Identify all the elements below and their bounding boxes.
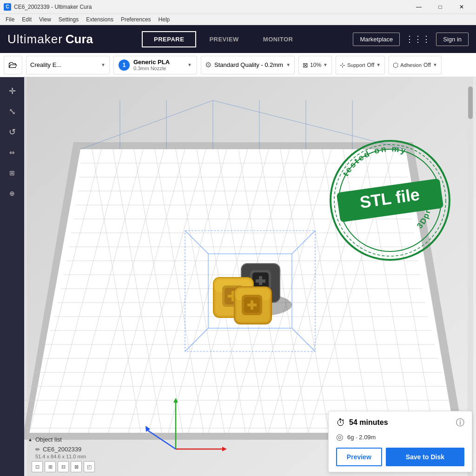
object-dimensions: 51.4 x 84.6 x 11.0 mm [28, 454, 95, 459]
obj-icon-3[interactable]: ⊠ [71, 461, 82, 472]
printer-select[interactable]: Creality E... ▼ [26, 56, 110, 74]
grid-icon[interactable]: ⋮⋮⋮ [403, 32, 432, 46]
support-select[interactable]: ⊹ Support Off ▼ [336, 56, 385, 74]
collapse-icon: ▲ [28, 437, 33, 442]
tab-preview[interactable]: PREVIEW [198, 32, 250, 46]
per-model-settings-tool[interactable]: ⊞ [4, 165, 20, 181]
print-weight-text: 6g · 2.09m [347, 434, 376, 441]
tab-prepare[interactable]: PREPARE [142, 31, 196, 47]
window-controls: — □ ✕ [408, 0, 472, 14]
viewport[interactable]: tested on my 3Dprinter STL file ▲ Object… [24, 77, 476, 476]
infill-chevron-icon: ▼ [323, 62, 328, 67]
svg-rect-98 [468, 86, 473, 119]
object-list-item[interactable]: ✏ CE6_2002339 [28, 445, 95, 454]
scale-tool[interactable]: ⤡ [4, 103, 20, 120]
print-weight-row: ◎ 6g · 2.09m [336, 432, 464, 442]
material-sub: 0.3mm Nozzle [133, 66, 184, 71]
time-icon: ⏱ [336, 417, 345, 428]
info-icon[interactable]: ⓘ [456, 417, 464, 428]
object-list-header[interactable]: ▲ Object list [28, 434, 95, 445]
rotate-tool[interactable]: ↺ [4, 124, 20, 140]
obj-icon-4[interactable]: ◰ [84, 461, 95, 472]
infill-icon: ⊠ [303, 61, 308, 69]
svg-rect-74 [256, 279, 265, 283]
settings-icon: ⚙ [205, 60, 212, 69]
svg-rect-90 [247, 304, 257, 306]
mirror-tool[interactable]: ⇔ [4, 144, 20, 161]
maximize-button[interactable]: □ [430, 0, 451, 14]
print-time: ⏱ 54 minutes [336, 417, 388, 428]
header-right: Marketplace ⋮⋮⋮ Sign in [353, 32, 469, 46]
adhesion-icon: ⬡ [393, 61, 398, 69]
support-value: Off [367, 62, 375, 68]
obj-icon-0[interactable]: ⊡ [32, 461, 43, 472]
menu-view[interactable]: View [35, 15, 55, 24]
quality-text: Standard Quality - 0.2mm [214, 61, 283, 68]
app-header: Ultimaker Cura PREPARE PREVIEW MONITOR M… [0, 25, 476, 53]
toolbar: 🗁 Creality E... ▼ 1 Generic PLA 0.3mm No… [0, 53, 476, 77]
stl-stamp-svg: tested on my 3Dprinter STL file [325, 135, 455, 265]
preview-button[interactable]: Preview [336, 448, 382, 466]
object-list-icons: ⊡ ⊞ ⊟ ⊠ ◰ [28, 461, 95, 472]
support-chevron-icon: ▼ [376, 62, 381, 67]
signin-button[interactable]: Sign in [436, 33, 469, 46]
svg-text:tested on my: tested on my [341, 144, 408, 178]
save-to-disk-button[interactable]: Save to Disk [386, 448, 464, 466]
menu-extensions[interactable]: Extensions [82, 15, 117, 24]
print-time-row: ⏱ 54 minutes ⓘ [336, 417, 464, 428]
menu-preferences[interactable]: Preferences [117, 15, 155, 24]
title-bar-left: C CE6_2002339 - Ultimaker Cura [4, 3, 92, 11]
main-area: ✛ ⤡ ↺ ⇔ ⊞ ⊕ [0, 77, 476, 476]
adhesion-label: Adhesion [400, 62, 422, 68]
object-list-label: Object list [35, 436, 62, 443]
left-sidebar: ✛ ⤡ ↺ ⇔ ⊞ ⊕ [0, 77, 24, 476]
app-icon: C [4, 3, 11, 11]
menu-file[interactable]: File [2, 15, 18, 24]
adhesion-select[interactable]: ⬡ Adhesion Off ▼ [389, 56, 442, 74]
menu-settings[interactable]: Settings [55, 15, 82, 24]
adhesion-value: Off [423, 62, 431, 68]
print-info-panel: ⏱ 54 minutes ⓘ ◎ 6g · 2.09m Preview Save… [328, 411, 472, 472]
marketplace-button[interactable]: Marketplace [353, 33, 400, 46]
logo-cura: Cura [66, 32, 93, 46]
material-select[interactable]: 1 Generic PLA 0.3mm Nozzle ▼ [113, 56, 197, 74]
support-label: Support [347, 62, 365, 68]
obj-icon-2[interactable]: ⊟ [58, 461, 69, 472]
obj-icon-1[interactable]: ⊞ [45, 461, 56, 472]
printer-chevron-icon: ▼ [101, 62, 106, 67]
print-actions: Preview Save to Disk [336, 448, 464, 466]
quality-chevron-icon: ▼ [286, 62, 291, 67]
minimize-button[interactable]: — [408, 0, 430, 14]
support-blocker-tool[interactable]: ⊕ [4, 185, 20, 202]
stl-stamp: tested on my 3Dprinter STL file [325, 135, 455, 265]
app-logo: Ultimaker Cura [7, 32, 93, 46]
menu-edit[interactable]: Edit [18, 15, 35, 24]
menu-help[interactable]: Help [155, 15, 174, 24]
nav-tabs: PREPARE PREVIEW MONITOR [142, 31, 304, 47]
edit-icon: ✏ [35, 446, 40, 453]
menu-bar: File Edit View Settings Extensions Prefe… [0, 14, 476, 25]
material-chevron-icon: ▼ [187, 62, 192, 67]
weight-icon: ◎ [336, 432, 344, 442]
bottom-panel: ▲ Object list ✏ CE6_2002339 51.4 x 84.6 … [28, 411, 472, 472]
title-bar: C CE6_2002339 - Ultimaker Cura — □ ✕ [0, 0, 476, 14]
close-button[interactable]: ✕ [451, 0, 472, 14]
move-tool[interactable]: ✛ [4, 83, 20, 99]
infill-select[interactable]: ⊠ 10% ▼ [298, 56, 332, 74]
print-time-text: 54 minutes [349, 418, 388, 427]
material-info: Generic PLA 0.3mm Nozzle [133, 59, 184, 71]
infill-value: 10% [310, 62, 321, 68]
open-folder-button[interactable]: 🗁 [4, 56, 22, 74]
folder-icon: 🗁 [8, 60, 18, 70]
quality-select[interactable]: ⚙ Standard Quality - 0.2mm ▼ [201, 56, 295, 74]
tab-monitor[interactable]: MONITOR [252, 32, 304, 46]
material-name: Generic PLA [133, 59, 184, 66]
printer-name: Creality E... [30, 61, 98, 68]
support-icon: ⊹ [340, 61, 345, 69]
logo-ultimaker: Ultimaker [7, 32, 63, 46]
printer-number-badge: 1 [119, 60, 130, 71]
object-list: ▲ Object list ✏ CE6_2002339 51.4 x 84.6 … [28, 434, 95, 472]
window-title: CE6_2002339 - Ultimaker Cura [14, 4, 92, 10]
adhesion-chevron-icon: ▼ [433, 62, 437, 67]
object-name: CE6_2002339 [43, 446, 81, 453]
